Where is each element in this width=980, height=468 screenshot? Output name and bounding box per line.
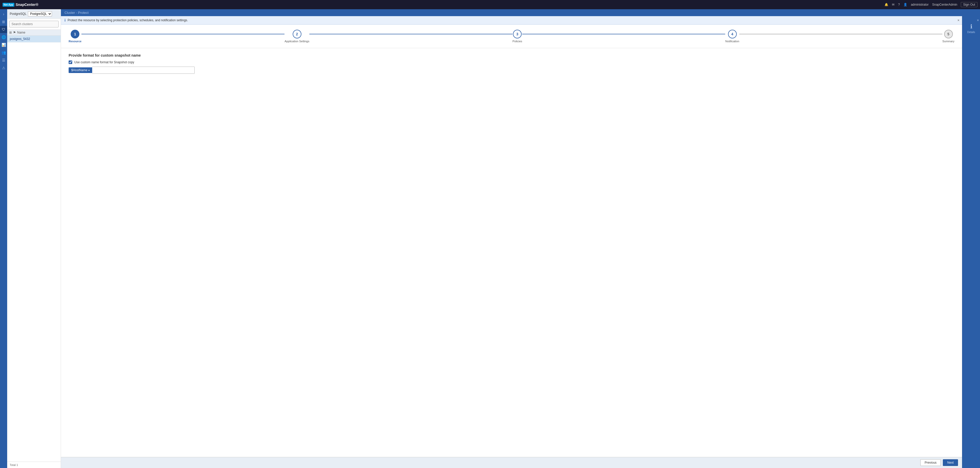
connector-3-4 [522, 34, 725, 34]
form-area: i Protect the resource by selecting prot… [61, 16, 962, 468]
bell-icon[interactable]: 🔔 [885, 3, 888, 6]
app-layout: › ⊞ 🛡 🌐 📊 👥 ☰ ⚠ PostgreSQL PostgreSQL ⊞ … [0, 9, 980, 468]
flag-icon: ⚑ [13, 31, 16, 34]
checkbox-label: Use custom name format for Snapshot copy [74, 60, 134, 64]
info-message: Protect the resource by selecting protec… [68, 18, 188, 22]
stepper: 1 Resource 2 Application Settings [68, 30, 955, 43]
sidebar-item-globe[interactable]: 🌐 [0, 33, 7, 41]
connector-1-2 [81, 34, 285, 34]
next-button[interactable]: Next [943, 459, 958, 466]
top-navbar: Net App SnapCenter® 🔔 ✉ ? 👤 administrato… [0, 0, 980, 9]
admin-label: SnapCenterAdmin [932, 3, 957, 6]
step-3: 3 Policies [512, 30, 522, 43]
detail-info-icon: ℹ [970, 23, 972, 30]
main-toolbar: Cluster - Protect [61, 9, 980, 16]
signout-button[interactable]: Sign Out [961, 2, 977, 7]
step-5: 5 Summary [942, 30, 955, 43]
step-4-circle: 4 [728, 30, 737, 38]
left-panel-footer: Total 1 [7, 462, 61, 468]
hostname-tag-label: $HostName [71, 68, 88, 72]
step-4-label[interactable]: Notification [725, 40, 739, 43]
bottom-footer: Previous Next [61, 457, 962, 468]
list-header: ⊞ ⚑ Name [7, 30, 61, 36]
detail-close-icon[interactable]: × [977, 18, 979, 22]
wizard-container: 1 Resource 2 Application Settings [61, 25, 962, 48]
section-title: Provide format for custom snapshot name [68, 53, 955, 57]
detail-label: Details [967, 31, 975, 33]
form-content: Provide format for custom snapshot name … [61, 48, 962, 457]
top-nav-left: Net App SnapCenter® [3, 3, 38, 7]
list-item[interactable]: postgres_5432 [7, 36, 61, 43]
step-1-label[interactable]: Resource [68, 40, 81, 43]
sidebar-item-grid[interactable]: ⊞ [0, 18, 7, 25]
search-input[interactable] [9, 21, 59, 27]
snapshot-name-input[interactable] [92, 67, 195, 74]
previous-button[interactable]: Previous [920, 459, 941, 466]
top-nav-right: 🔔 ✉ ? 👤 administrator SnapCenterAdmin Si… [885, 2, 977, 7]
user-icon: 👤 [904, 3, 907, 6]
step-2-label[interactable]: Application Settings [285, 40, 309, 43]
step-2: 2 Application Settings [285, 30, 309, 43]
table-icon: ⊞ [9, 31, 12, 34]
snapshot-input-row: $HostName ▾ [68, 67, 955, 74]
info-icon: i [65, 18, 65, 22]
checkbox-row: Use custom name format for Snapshot copy [68, 60, 955, 64]
app-logo: Net App SnapCenter® [3, 3, 38, 7]
search-box [7, 19, 61, 30]
step-4: 4 Notification [725, 30, 739, 43]
db-label: PostgreSQL [10, 12, 26, 16]
db-dropdown[interactable]: PostgreSQL [28, 11, 52, 16]
detail-panel: × ℹ Details [962, 16, 980, 468]
toolbar-protect: Protect [78, 11, 89, 14]
tag-arrow-icon: ▾ [88, 69, 90, 72]
netapp-brand-icon: Net App [3, 3, 14, 7]
step-1: 1 Resource [68, 30, 81, 43]
step-5-label[interactable]: Summary [942, 40, 955, 43]
main-content: Cluster - Protect i Protect the resource… [61, 9, 980, 468]
step-3-label[interactable]: Policies [512, 40, 522, 43]
total-label: Total 1 [10, 463, 18, 466]
left-panel-header: PostgreSQL PostgreSQL [7, 9, 61, 19]
help-icon[interactable]: ? [898, 3, 900, 6]
info-banner-close-icon[interactable]: × [958, 18, 959, 22]
sidebar-item-list[interactable]: ☰ [0, 57, 7, 64]
left-panel: PostgreSQL PostgreSQL ⊞ ⚑ Name postgres_… [7, 9, 61, 468]
mail-icon[interactable]: ✉ [892, 3, 894, 6]
step-2-circle: 2 [293, 30, 301, 38]
column-name-header: Name [17, 31, 25, 34]
sidebar-item-alert[interactable]: ⚠ [0, 64, 7, 72]
icon-sidebar: › ⊞ 🛡 🌐 📊 👥 ☰ ⚠ [0, 9, 7, 468]
sidebar-item-shield[interactable]: 🛡 [0, 26, 7, 33]
toolbar-title: Cluster - Protect [65, 11, 89, 14]
step-3-circle: 3 [513, 30, 522, 38]
content-area: i Protect the resource by selecting prot… [61, 16, 980, 468]
username-label[interactable]: administrator [911, 3, 929, 6]
app-title: SnapCenter® [16, 3, 38, 7]
connector-2-3 [309, 34, 512, 34]
info-banner: i Protect the resource by selecting prot… [61, 16, 962, 25]
step-5-circle: 5 [944, 30, 953, 38]
toolbar-prefix: Cluster - [65, 11, 78, 14]
connector-4-5 [739, 34, 942, 34]
sidebar-item-chart[interactable]: 📊 [0, 41, 7, 48]
sidebar-item-people[interactable]: 👥 [0, 49, 7, 56]
custom-name-checkbox[interactable] [68, 60, 72, 64]
sidebar-item-arrow[interactable]: › [0, 11, 7, 18]
step-1-circle: 1 [71, 30, 80, 38]
cluster-name: postgres_5432 [10, 37, 30, 41]
hostname-tag[interactable]: $HostName ▾ [68, 67, 92, 73]
